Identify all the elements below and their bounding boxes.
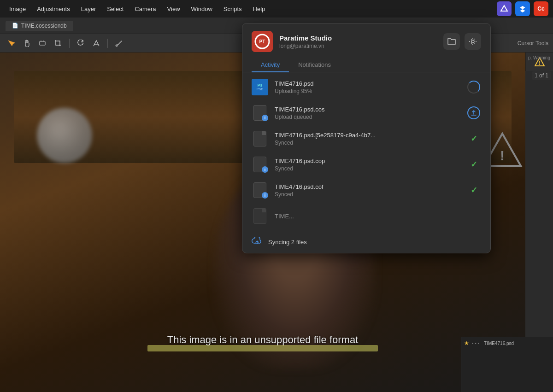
check-icon-2: ✓: [471, 159, 477, 170]
menu-camera[interactable]: Camera: [130, 4, 160, 14]
svg-text:!: !: [539, 60, 541, 66]
cursor-tools-label: Cursor Tools: [518, 40, 548, 47]
cursor-tool[interactable]: [5, 37, 18, 50]
file-name: TIME4716.psd.cof: [275, 183, 460, 190]
upload-circle-icon: [467, 106, 480, 119]
creative-cloud-icon[interactable]: Cc: [534, 1, 548, 16]
svg-marker-0: [501, 6, 507, 11]
file-details: TIME4716.psd.cos Upload queued: [275, 106, 460, 120]
list-item[interactable]: TIME4716.psd.[5e258179-c9a4-4b7... Synce…: [242, 126, 490, 152]
file-status: Synced: [275, 165, 460, 172]
panel-tabs: Activity Notifications: [242, 58, 490, 72]
file-name: TIME4716.psd.cos: [275, 106, 460, 113]
file-details: TIME4716.psd.[5e258179-c9a4-4b7... Synce…: [275, 132, 460, 146]
menu-select[interactable]: Select: [102, 4, 128, 14]
thumbnail-filename: TIME4716.psd: [484, 341, 514, 346]
menu-items: Image Adjustments Layer Select Camera Vi…: [5, 4, 497, 14]
file-details: TIME4716.psd Uploading 95%: [275, 80, 460, 94]
user-avatar: PT: [252, 31, 273, 52]
psd-file-icon: Ps PSD: [252, 79, 268, 95]
file-details: TIME4716.psd.cop Synced: [275, 158, 460, 172]
tab-cosessiondb[interactable]: 📄 TIME.cosessiondb: [6, 21, 73, 31]
file-status: Synced: [275, 140, 460, 146]
thumbnail-panel: ★ • • • TIME4716.psd: [461, 337, 553, 392]
file-status: Synced: [275, 191, 460, 198]
file-name: TIME4716.psd: [275, 80, 460, 87]
panel-header-actions: [443, 33, 481, 50]
svg-text:PT: PT: [259, 39, 265, 44]
dropbox-icon[interactable]: [515, 1, 530, 16]
file-status: Upload queued: [275, 114, 460, 120]
tab-filename: TIME.cosessiondb: [21, 23, 67, 29]
check-icon-3: ✓: [471, 185, 477, 195]
tab-activity[interactable]: Activity: [252, 58, 289, 72]
generic-file-icon: [252, 130, 268, 147]
menu-adjustments[interactable]: Adjustments: [32, 4, 75, 14]
panel-footer: Syncing 2 files: [242, 231, 490, 253]
info-file-icon-2: i: [252, 156, 268, 173]
rotate-tool[interactable]: [74, 37, 87, 50]
list-item[interactable]: TIME...: [242, 203, 490, 229]
file-name: TIME4716.psd.[5e258179-c9a4-4b7...: [275, 132, 460, 139]
settings-button[interactable]: [465, 33, 481, 50]
svg-text:!: !: [500, 148, 505, 163]
info-badge: i: [262, 115, 268, 121]
shape-tool[interactable]: [36, 37, 49, 50]
file-name: TIME...: [275, 213, 481, 220]
list-item[interactable]: Ps PSD TIME4716.psd Uploading 95%: [242, 74, 490, 100]
cloud-icon: [252, 237, 263, 247]
info-badge-3: i: [262, 192, 268, 199]
upload-spinner: [467, 81, 480, 94]
doc-icon: 📄: [12, 23, 18, 29]
folder-button[interactable]: [443, 33, 460, 50]
thumbnail-dots: • • •: [472, 341, 479, 346]
unsupported-format-text: This image is in an unsupported file for…: [167, 334, 359, 346]
panel-header: PT Paratime Studio long@paratime.vn: [242, 23, 490, 58]
separator-2: [107, 39, 108, 48]
thumbnail-star: ★: [464, 340, 469, 346]
file-check-3: ✓: [466, 183, 481, 198]
check-icon: ✓: [471, 134, 477, 144]
page-counter: 1 of 1: [532, 71, 551, 80]
highlight-underline: [147, 345, 378, 351]
info-file-icon: i: [252, 105, 268, 121]
hand-tool[interactable]: [20, 37, 33, 50]
menu-scripts[interactable]: Scripts: [219, 4, 247, 14]
generic-file-icon-2: [252, 208, 268, 224]
user-email: long@paratime.vn: [279, 43, 437, 49]
file-check: ✓: [466, 131, 481, 146]
file-upload-btn[interactable]: [466, 105, 481, 120]
file-list: Ps PSD TIME4716.psd Uploading 95% i T: [242, 72, 490, 231]
pen-tool[interactable]: [90, 37, 103, 50]
menu-view[interactable]: View: [163, 4, 185, 14]
crop-tool[interactable]: [52, 37, 65, 50]
list-item[interactable]: i TIME4716.psd.cof Synced ✓: [242, 177, 490, 203]
menu-bar: Image Adjustments Layer Select Camera Vi…: [0, 0, 553, 18]
menu-layer[interactable]: Layer: [76, 4, 101, 14]
info-file-icon-3: i: [252, 182, 268, 199]
menu-window[interactable]: Window: [187, 4, 217, 14]
file-details: TIME...: [275, 213, 481, 220]
svg-rect-1: [40, 41, 45, 45]
list-item[interactable]: i TIME4716.psd.cop Synced ✓: [242, 152, 490, 177]
user-info: Paratime Studio long@paratime.vn: [279, 34, 437, 49]
separator-1: [69, 39, 70, 48]
menu-bar-right: Cc: [497, 1, 548, 16]
pot: [37, 108, 92, 163]
brush-tool[interactable]: [112, 37, 125, 50]
info-badge-2: i: [262, 166, 268, 173]
svg-point-10: [471, 40, 474, 43]
menu-help[interactable]: Help: [248, 4, 270, 14]
list-item[interactable]: i TIME4716.psd.cos Upload queued: [242, 100, 490, 126]
sync-dropdown-panel: PT Paratime Studio long@paratime.vn Acti…: [242, 23, 491, 253]
affinity-publisher-icon[interactable]: [497, 1, 512, 16]
tab-notifications[interactable]: Notifications: [289, 58, 340, 72]
page-warning-label: p. Warning: [525, 54, 553, 60]
file-check-2: ✓: [466, 157, 481, 172]
file-name: TIME4716.psd.cop: [275, 158, 460, 164]
syncing-label: Syncing 2 files: [268, 239, 307, 246]
user-name: Paratime Studio: [279, 34, 437, 42]
file-status: Uploading 95%: [275, 88, 460, 94]
menu-image[interactable]: Image: [5, 4, 30, 14]
file-details: TIME4716.psd.cof Synced: [275, 183, 460, 198]
